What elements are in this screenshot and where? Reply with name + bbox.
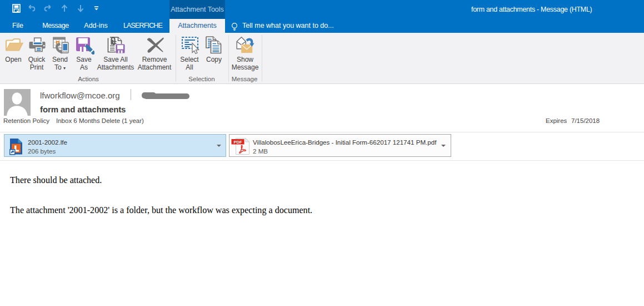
svg-text:PDF: PDF bbox=[234, 140, 242, 145]
